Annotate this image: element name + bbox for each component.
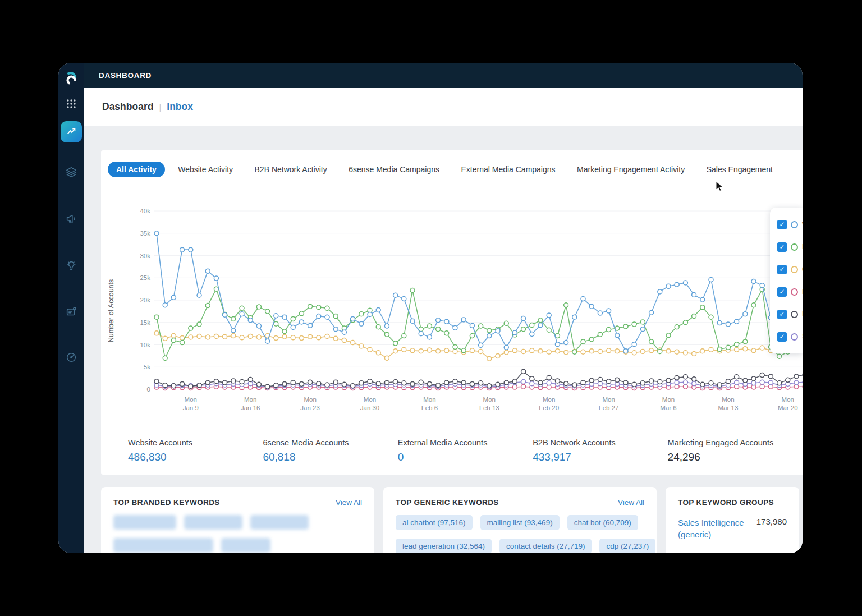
data-point[interactable] bbox=[735, 342, 739, 347]
data-point[interactable] bbox=[470, 381, 474, 386]
data-point[interactable] bbox=[521, 369, 526, 374]
data-point[interactable] bbox=[555, 349, 560, 353]
data-point[interactable] bbox=[598, 378, 602, 382]
data-point[interactable] bbox=[376, 351, 380, 355]
data-point[interactable] bbox=[231, 328, 236, 333]
data-point[interactable] bbox=[675, 282, 679, 287]
data-point[interactable] bbox=[598, 311, 602, 315]
data-point[interactable] bbox=[461, 348, 466, 353]
data-point[interactable] bbox=[231, 379, 236, 383]
data-point[interactable] bbox=[393, 349, 398, 353]
data-point[interactable] bbox=[171, 338, 176, 343]
data-point[interactable] bbox=[205, 380, 210, 385]
data-point[interactable] bbox=[658, 289, 662, 294]
data-point[interactable] bbox=[299, 320, 304, 324]
data-point[interactable] bbox=[351, 341, 355, 345]
data-point[interactable] bbox=[607, 379, 611, 384]
data-point[interactable] bbox=[214, 334, 218, 338]
data-point[interactable] bbox=[384, 324, 389, 328]
data-point[interactable] bbox=[589, 304, 594, 309]
data-point[interactable] bbox=[333, 327, 338, 332]
data-point[interactable] bbox=[205, 269, 210, 273]
tab-marketing-engagement-activity[interactable]: Marketing Engagement Activity bbox=[568, 162, 693, 177]
gauge-icon[interactable] bbox=[58, 344, 84, 370]
data-point[interactable] bbox=[658, 349, 662, 353]
data-point[interactable] bbox=[700, 305, 705, 310]
branded-view-all-link[interactable]: View All bbox=[336, 498, 362, 507]
data-point[interactable] bbox=[564, 350, 568, 355]
data-point[interactable] bbox=[308, 334, 313, 339]
data-point[interactable] bbox=[496, 353, 500, 358]
data-point[interactable] bbox=[444, 319, 449, 324]
data-point[interactable] bbox=[751, 303, 756, 307]
data-point[interactable] bbox=[274, 321, 278, 326]
tab-6sense-media-campaigns[interactable]: 6sense Media Campaigns bbox=[340, 162, 448, 177]
data-point[interactable] bbox=[564, 381, 568, 386]
data-point[interactable] bbox=[547, 328, 551, 332]
data-point[interactable] bbox=[512, 330, 517, 335]
data-point[interactable] bbox=[427, 381, 432, 386]
data-point[interactable] bbox=[197, 334, 201, 338]
tab-all-activity[interactable]: All Activity bbox=[108, 162, 165, 177]
data-point[interactable] bbox=[205, 304, 210, 308]
legend-checkbox-checked[interactable]: ✓ bbox=[777, 332, 787, 342]
data-point[interactable] bbox=[470, 323, 474, 328]
data-point[interactable] bbox=[256, 305, 261, 309]
data-point[interactable] bbox=[632, 351, 636, 355]
activity-chart[interactable]: 05k10k15k20k25k30k35k40kNumber of Accoun… bbox=[101, 184, 803, 429]
data-point[interactable] bbox=[649, 348, 654, 353]
data-point[interactable] bbox=[521, 316, 526, 321]
data-point[interactable] bbox=[623, 380, 628, 385]
data-point[interactable] bbox=[726, 345, 730, 350]
data-point[interactable] bbox=[683, 351, 687, 355]
data-point[interactable] bbox=[640, 320, 645, 324]
data-point[interactable] bbox=[640, 381, 645, 385]
data-point[interactable] bbox=[760, 373, 764, 378]
data-point[interactable] bbox=[709, 277, 713, 282]
data-point[interactable] bbox=[743, 347, 748, 351]
data-point[interactable] bbox=[666, 333, 671, 338]
data-point[interactable] bbox=[649, 310, 654, 315]
data-point[interactable] bbox=[436, 318, 441, 323]
data-point[interactable] bbox=[274, 383, 278, 388]
data-point[interactable] bbox=[530, 323, 534, 328]
data-point[interactable] bbox=[794, 374, 799, 379]
data-point[interactable] bbox=[419, 332, 423, 336]
data-point[interactable] bbox=[521, 379, 526, 384]
data-point[interactable] bbox=[717, 347, 722, 351]
data-point[interactable] bbox=[402, 297, 406, 301]
data-point[interactable] bbox=[726, 379, 730, 384]
data-point[interactable] bbox=[692, 314, 696, 319]
data-point[interactable] bbox=[692, 292, 696, 297]
data-point[interactable] bbox=[333, 380, 338, 384]
stat-value[interactable]: 0 bbox=[398, 451, 533, 463]
tab-sales-engagement[interactable]: Sales Engagement bbox=[698, 162, 781, 177]
data-point[interactable] bbox=[751, 381, 756, 385]
data-point[interactable] bbox=[231, 334, 236, 338]
data-point[interactable] bbox=[666, 378, 671, 383]
data-point[interactable] bbox=[640, 349, 645, 353]
data-point[interactable] bbox=[256, 335, 261, 339]
data-point[interactable] bbox=[351, 384, 355, 388]
data-point[interactable] bbox=[675, 350, 679, 354]
data-point[interactable] bbox=[444, 331, 449, 335]
data-point[interactable] bbox=[205, 335, 210, 339]
legend-checkbox-checked[interactable]: ✓ bbox=[777, 265, 787, 274]
data-point[interactable] bbox=[240, 306, 244, 310]
data-point[interactable] bbox=[589, 378, 594, 383]
data-point[interactable] bbox=[768, 380, 773, 385]
data-point[interactable] bbox=[615, 333, 620, 338]
data-point[interactable] bbox=[282, 334, 287, 339]
data-point[interactable] bbox=[419, 349, 423, 353]
data-point[interactable] bbox=[470, 334, 474, 338]
data-point[interactable] bbox=[700, 382, 705, 387]
data-point[interactable] bbox=[410, 319, 415, 323]
data-point[interactable] bbox=[189, 384, 193, 388]
data-point[interactable] bbox=[521, 384, 526, 389]
data-point[interactable] bbox=[615, 349, 620, 353]
data-point[interactable] bbox=[197, 322, 201, 327]
data-point[interactable] bbox=[683, 384, 687, 389]
data-point[interactable] bbox=[427, 335, 432, 339]
data-point[interactable] bbox=[743, 339, 748, 344]
data-point[interactable] bbox=[479, 349, 483, 353]
